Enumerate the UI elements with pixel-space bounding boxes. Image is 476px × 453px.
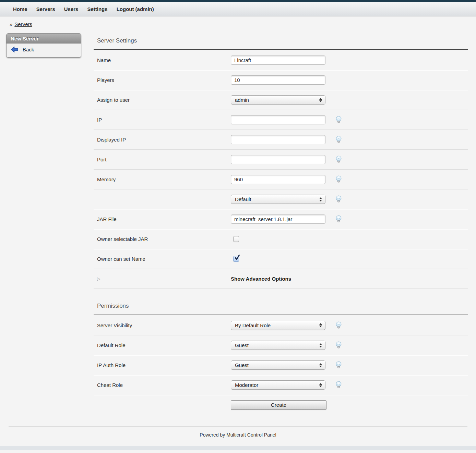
form-row-ip: IP (94, 110, 468, 130)
multicraft-link[interactable]: Multicraft Control Panel (226, 432, 276, 438)
help-bulb-icon[interactable] (335, 381, 342, 389)
show-advanced-options-link[interactable]: Show Advanced Options (231, 276, 291, 282)
main-nav: Home Servers Users Settings Logout (admi… (0, 2, 476, 16)
field-label-name: Name (94, 57, 231, 63)
field-label-owner-selectable-jar: Owner selectable JAR (94, 236, 231, 242)
players-input[interactable] (231, 75, 325, 85)
memory-input[interactable] (231, 175, 325, 184)
owner-can-set-name-checkbox[interactable] (233, 256, 239, 262)
field-control-default-role: Guest (231, 341, 326, 350)
section-heading-permissions: Permissions (94, 289, 468, 315)
ip-auth-role-select-value: Guest (235, 362, 249, 368)
field-label-port: Port (94, 157, 231, 162)
default-role-select[interactable]: Guest (231, 341, 325, 350)
field-label-text-memory: Memory (97, 176, 116, 182)
back-button-label: Back (23, 47, 34, 52)
back-button[interactable]: Back (11, 46, 34, 53)
arrow-down-icon (319, 385, 322, 387)
field-label-server-visibility: Server Visibility (94, 322, 231, 328)
jar-file-input[interactable] (231, 215, 325, 224)
field-control-owner-can-set-name (231, 256, 326, 262)
form-row-assign-to-user: Assign to useradmin (94, 90, 468, 110)
arrow-down-icon (319, 100, 322, 102)
field-label-owner-can-set-name: Owner can set Name (94, 256, 231, 262)
default-role-select-value: Guest (235, 342, 249, 348)
field-label-cheat-role: Cheat Role (94, 382, 231, 388)
select-arrows-icon (319, 197, 322, 201)
default-select[interactable]: Default (231, 195, 325, 204)
port-input[interactable] (231, 155, 325, 164)
form-row-advanced-options: ▷Show Advanced Options (94, 269, 468, 289)
select-arrows-icon (319, 98, 322, 102)
form-row-memory: Memory (94, 169, 468, 189)
cheat-role-select[interactable]: Moderator (231, 380, 325, 390)
server-visibility-select-value: By Default Role (235, 322, 271, 328)
arrow-down-icon (319, 346, 322, 347)
select-arrows-icon (319, 343, 322, 347)
help-bulb-icon[interactable] (335, 195, 342, 203)
arrow-down-icon (319, 326, 322, 327)
breadcrumb-separator: » (10, 21, 12, 27)
field-control-server-visibility: By Default Role (231, 321, 326, 330)
nav-item-logout[interactable]: Logout (admin) (117, 6, 154, 12)
form-row-cheat-role: Cheat RoleModerator (94, 375, 468, 395)
assign-to-user-select[interactable]: admin (231, 95, 325, 105)
arrow-up-icon (319, 197, 322, 199)
ip-auth-role-select[interactable]: Guest (231, 360, 325, 370)
default-select-value: Default (235, 196, 251, 202)
breadcrumb-link-servers[interactable]: Servers (14, 21, 32, 27)
help-bulb-icon[interactable] (335, 156, 342, 163)
select-arrows-icon (319, 383, 322, 387)
field-label-ip: IP (94, 117, 231, 123)
help-bulb-icon[interactable] (335, 116, 342, 124)
permissions-form: Server VisibilityBy Default RoleDefault … (94, 315, 468, 415)
help-bulb-icon[interactable] (335, 321, 342, 329)
field-control-jar-file (231, 215, 326, 224)
owner-selectable-jar-checkbox[interactable] (233, 236, 239, 242)
section-heading-server-settings: Server Settings (94, 33, 468, 49)
help-bulb-icon[interactable] (335, 341, 342, 349)
form-row-jar-file: JAR File (94, 209, 468, 229)
panel-body: Back (7, 44, 81, 57)
form-row-name: Name (94, 50, 468, 70)
arrow-up-icon (319, 323, 322, 325)
select-arrows-icon (319, 323, 322, 327)
nav-item-home[interactable]: Home (13, 6, 27, 12)
server-visibility-select[interactable]: By Default Role (231, 321, 325, 330)
field-label-text-owner-can-set-name: Owner can set Name (97, 256, 145, 262)
form-row-ip-auth-role: IP Auth RoleGuest (94, 355, 468, 375)
checkmark-icon (234, 254, 241, 261)
ip-input[interactable] (231, 115, 325, 124)
field-label-text-port: Port (97, 157, 107, 162)
nav-item-users[interactable]: Users (64, 6, 79, 12)
assign-to-user-select-value: admin (235, 97, 249, 103)
field-control-displayed-ip (231, 135, 326, 144)
help-bulb-icon[interactable] (335, 175, 342, 183)
arrow-up-icon (319, 98, 322, 100)
field-control-owner-selectable-jar (231, 236, 326, 242)
field-label-ip-auth-role: IP Auth Role (94, 362, 231, 368)
nav-item-settings[interactable]: Settings (87, 6, 107, 12)
select-arrows-icon (319, 363, 322, 367)
powered-by-text: Powered by (200, 432, 225, 438)
help-bulb-icon[interactable] (335, 136, 342, 144)
form-row-displayed-ip: Displayed IP (94, 130, 468, 149)
displayed-ip-input[interactable] (231, 135, 325, 144)
create-button[interactable]: Create (231, 400, 326, 410)
field-control-cheat-role: Moderator (231, 380, 326, 390)
field-label-text-players: Players (97, 77, 114, 83)
nav-item-servers[interactable]: Servers (36, 6, 55, 12)
field-control-assign-to-user: admin (231, 95, 326, 105)
name-input[interactable] (231, 56, 325, 65)
field-label-text-jar-file: JAR File (97, 216, 117, 222)
field-label-jar-file: JAR File (94, 216, 231, 222)
field-label-text-displayed-ip: Displayed IP (97, 137, 126, 143)
arrow-down-icon (319, 200, 322, 201)
help-bulb-icon[interactable] (335, 361, 342, 369)
field-control-name (231, 56, 326, 65)
field-label-default-role: Default Role (94, 342, 231, 348)
help-bulb-icon[interactable] (335, 215, 342, 223)
field-label-players: Players (94, 77, 231, 83)
form-row-owner-selectable-jar: Owner selectable JAR (94, 229, 468, 249)
field-control-ip-auth-role: Guest (231, 360, 326, 370)
